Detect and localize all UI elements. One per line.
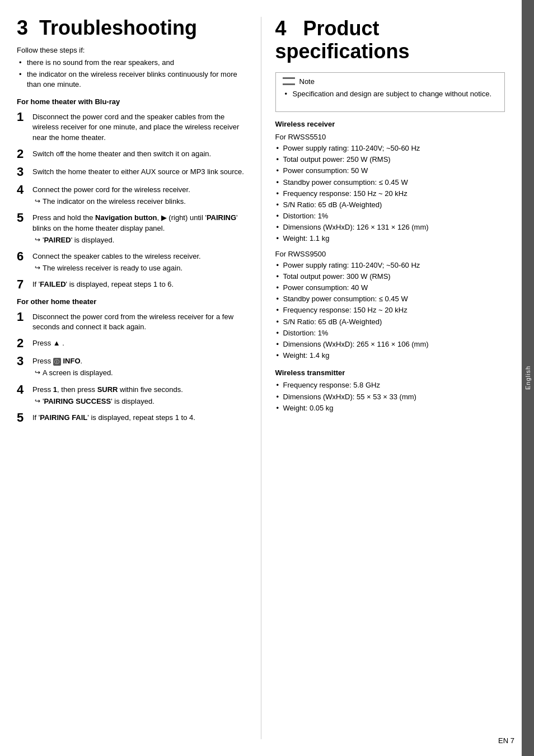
step-content-5: Press and hold the Navigation button, ▶ … <box>32 211 247 245</box>
other-steps: 1 Disconnect the power cord from the wir… <box>17 310 247 425</box>
note-header: Note <box>283 77 498 86</box>
intro-bullets: there is no sound from the rear speakers… <box>17 58 247 90</box>
step5-arrow: ↪ 'PAIRED' is displayed. <box>35 235 247 245</box>
content-area: 3 Troubleshooting Follow these steps if:… <box>0 0 522 756</box>
bluray-step-3: 3 Switch the home theater to either AUX … <box>17 165 247 179</box>
step-num-3: 3 <box>17 165 32 179</box>
step-num-1: 1 <box>17 110 32 143</box>
nav-button-bold: Navigation button <box>95 213 157 222</box>
note-box: Note Specification and design are subjec… <box>275 72 505 112</box>
chapter4-column: 4 Productspecifications Note Specificati… <box>261 17 505 739</box>
other-step-4: 4 Press 1, then press SURR within five s… <box>17 383 247 407</box>
other-step-num-4: 4 <box>17 383 32 407</box>
follow-text: Follow these steps if: <box>17 46 247 54</box>
other-step-num-1: 1 <box>17 310 32 332</box>
step-num-5: 5 <box>17 211 32 245</box>
model2-specs: Power supply rating: 110-240V; ~50-60 Hz… <box>275 260 505 361</box>
other-step-content-2: Press ▲ . <box>32 337 247 350</box>
step-num-4: 4 <box>17 183 32 207</box>
other-step4-arrow: ↪ 'PAIRING SUCCESS' is displayed. <box>35 396 247 407</box>
intro-bullet-1: there is no sound from the rear speakers… <box>17 58 247 68</box>
page-footer: EN 7 <box>498 736 514 745</box>
step-content-1: Disconnect the power cord and the speake… <box>32 110 247 143</box>
chapter3-column: 3 Troubleshooting Follow these steps if:… <box>17 17 261 739</box>
chapter3-title: 3 Troubleshooting <box>17 17 247 39</box>
side-tab-label: English <box>524 366 531 390</box>
note-label: Note <box>299 77 315 86</box>
other-step-3: 3 Press ⓘ INFO. ↪ A screen is displayed. <box>17 354 247 378</box>
chapter3-number: 3 <box>17 16 28 39</box>
transmitter-spec-0: Frequency response: 5.8 GHz <box>275 380 505 390</box>
wireless-transmitter-heading: Wireless transmitter <box>275 368 505 377</box>
bluray-step-4: 4 Connect the power cord for the wireles… <box>17 183 247 207</box>
model2-spec-8: Weight: 1.4 kg <box>275 351 505 361</box>
bluray-step-5: 5 Press and hold the Navigation button, … <box>17 211 247 245</box>
other-step-num-5: 5 <box>17 411 32 424</box>
chapter4-number: 4 <box>275 17 287 40</box>
info-bold: INFO <box>61 357 81 365</box>
transmitter-spec-1: Dimensions (WxHxD): 55 × 53 × 33 (mm) <box>275 392 505 402</box>
note-line-2 <box>283 83 295 85</box>
note-line-1 <box>283 77 295 79</box>
model2-spec-2: Power consumption: 40 W <box>275 283 505 293</box>
one-bold: 1 <box>53 385 57 394</box>
other-step-content-4: Press 1, then press SURR within five sec… <box>32 383 247 407</box>
intro-bullet-2: the indicator on the wireless receiver b… <box>17 69 247 90</box>
model1-spec-2: Power consumption: 50 W <box>275 166 505 176</box>
step5-arrow-text: 'PAIRED' is displayed. <box>43 235 114 245</box>
model1-specs: Power supply rating: 110-240V; ~50-60 Hz… <box>275 143 505 244</box>
model1-spec-8: Weight: 1.1 kg <box>275 234 505 244</box>
model1-spec-6: Distortion: 1% <box>275 211 505 221</box>
pairing-fail-bold: PAIRING FAIL <box>40 413 87 422</box>
other-step-2: 2 Press ▲ . <box>17 337 247 350</box>
step6-arrow-text: The wireless receiver is ready to use ag… <box>43 263 182 273</box>
model2-spec-5: S/N Ratio: 65 dB (A-Weighted) <box>275 317 505 327</box>
other-step-content-3: Press ⓘ INFO. ↪ A screen is displayed. <box>32 354 247 378</box>
model1-spec-1: Total output power: 250 W (RMS) <box>275 155 505 165</box>
other-step4-arrow-text: 'PAIRING SUCCESS' is displayed. <box>43 396 154 407</box>
other-step-1: 1 Disconnect the power cord from the wir… <box>17 310 247 332</box>
step4-text: Connect the power cord for the wireless … <box>32 185 190 194</box>
step-content-6: Connect the speaker cables to the wirele… <box>32 250 247 273</box>
other-step-5: 5 If 'PAIRING FAIL' is displayed, repeat… <box>17 411 247 424</box>
chapter4-title-word1: Productspecifications <box>275 17 410 63</box>
pairing-success-bold: PAIRING SUCCESS <box>44 397 111 405</box>
pairing-bold: PAIRING <box>207 213 236 222</box>
step-num-6: 6 <box>17 250 32 273</box>
arrow-sym-o3: ↪ <box>35 368 40 377</box>
model1-spec-4: Frequency response: 150 Hz ~ 20 kHz <box>275 189 505 199</box>
page-container: English 3 Troubleshooting Follow these s… <box>0 0 534 756</box>
surr-bold: SURR <box>97 385 118 394</box>
wireless-receiver-heading: Wireless receiver <box>275 120 505 128</box>
step-content-4: Connect the power cord for the wireless … <box>32 183 247 207</box>
side-tab: English <box>522 0 534 756</box>
step4-arrow-text: The indicator on the wireless receiver b… <box>43 197 186 207</box>
bluray-step-6: 6 Connect the speaker cables to the wire… <box>17 250 247 273</box>
paired-bold: PAIRED <box>44 236 71 244</box>
other-step-num-2: 2 <box>17 337 32 350</box>
other-step-num-3: 3 <box>17 354 32 378</box>
model1-spec-3: Standby power consumption: ≤ 0.45 W <box>275 178 505 188</box>
note-bullet-1: Specification and design are subject to … <box>283 89 498 99</box>
info-icon: ⓘ <box>53 358 61 366</box>
bluray-step-7: 7 If 'FAILED' is displayed, repeat steps… <box>17 278 247 291</box>
model2-spec-1: Total output power: 300 W (RMS) <box>275 272 505 282</box>
model2-spec-7: Dimensions (WxHxD): 265 × 116 × 106 (mm) <box>275 339 505 349</box>
arrow-sym-5: ↪ <box>35 235 40 245</box>
chapter3-title-text: Troubleshooting <box>39 16 197 39</box>
step-num-7: 7 <box>17 278 32 291</box>
other-step3-arrow: ↪ A screen is displayed. <box>35 368 247 378</box>
step6-arrow: ↪ The wireless receiver is ready to use … <box>35 263 247 273</box>
model2-spec-6: Distortion: 1% <box>275 328 505 338</box>
bluray-step-2: 2 Switch off the home theater and then s… <box>17 147 247 161</box>
transmitter-specs: Frequency response: 5.8 GHz Dimensions (… <box>275 380 505 413</box>
model1-spec-5: S/N Ratio: 65 dB (A-Weighted) <box>275 200 505 210</box>
arrow-sym-6: ↪ <box>35 263 40 273</box>
step4-arrow: ↪ The indicator on the wireless receiver… <box>35 197 247 207</box>
bluray-steps: 1 Disconnect the power cord and the spea… <box>17 110 247 291</box>
other-step-content-1: Disconnect the power cord from the wirel… <box>32 310 247 332</box>
note-bullets: Specification and design are subject to … <box>283 89 498 99</box>
step6-text: Connect the speaker cables to the wirele… <box>32 252 201 260</box>
other-step3-arrow-text: A screen is displayed. <box>43 368 113 378</box>
eject-bold: ▲ <box>53 339 60 347</box>
